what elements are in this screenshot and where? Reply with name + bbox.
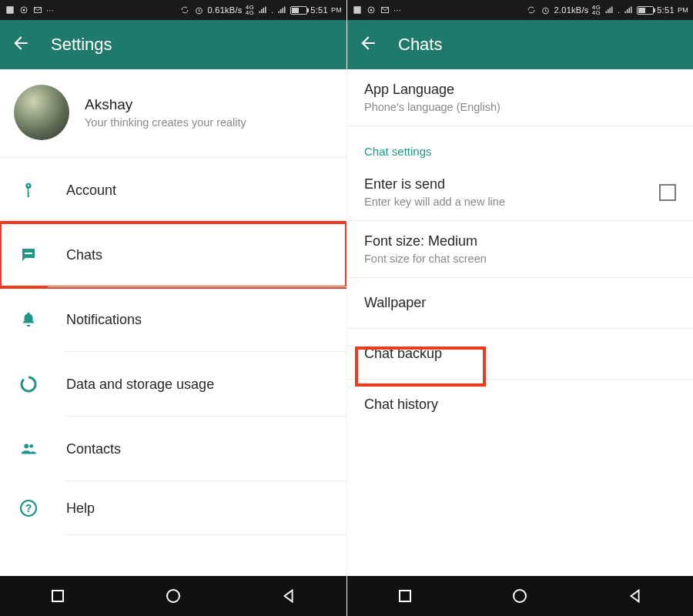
pref-app-language[interactable]: App Language Phone's language (English) [347, 69, 693, 126]
nav-recent-button[interactable] [49, 587, 67, 605]
status-net: 4G4G [592, 5, 601, 15]
svg-text:?: ? [25, 502, 32, 514]
svg-point-5 [24, 444, 28, 448]
settings-item-contacts[interactable]: Contacts [17, 417, 346, 481]
square-icon [52, 590, 64, 602]
nav-back-button[interactable] [280, 587, 298, 605]
signal-icon [257, 5, 268, 15]
settings-item-notifications[interactable]: Notifications [17, 287, 346, 352]
svg-point-10 [370, 9, 373, 12]
nav-recent-button[interactable] [396, 587, 414, 605]
pref-subtitle: Enter key will add a new line [364, 196, 679, 208]
alarm-icon [193, 5, 204, 15]
settings-item-account[interactable]: Account [17, 158, 346, 223]
signal-dot-icon: . [271, 5, 273, 15]
screen-chats: ··· 2.01kB/s 4G4G . 5:51 PM Chats [346, 0, 693, 616]
settings-item-chats[interactable]: Chats [0, 223, 346, 287]
profile-status: Your thinking creates your reality [85, 116, 246, 129]
status-time: 5:51 [657, 5, 675, 15]
status-ampm: PM [331, 6, 342, 14]
nav-back-button[interactable] [626, 587, 644, 605]
pref-chat-backup[interactable]: Chat backup [347, 329, 693, 380]
svg-rect-4 [25, 253, 32, 254]
pref-title: Chat backup [364, 346, 679, 362]
nav-home-button[interactable] [164, 587, 182, 605]
pref-title: App Language [364, 82, 679, 98]
signal2-icon [276, 5, 287, 15]
alarm-icon [540, 5, 551, 15]
profile-name: Akshay [85, 96, 246, 113]
battery-icon [637, 6, 654, 15]
nav-home-button[interactable] [511, 587, 529, 605]
sync-icon [526, 5, 537, 15]
pref-subtitle: Font size for chat screen [364, 253, 679, 265]
arrow-left-icon [11, 33, 31, 53]
square-icon [399, 590, 411, 602]
settings-item-label: Data and storage usage [66, 377, 214, 393]
arrow-left-icon [358, 33, 378, 53]
settings-item-help[interactable]: ? Help [17, 481, 346, 535]
help-icon: ? [17, 499, 40, 517]
status-rate: 0.61kB/s [207, 5, 242, 15]
checkbox-unchecked-icon[interactable] [659, 184, 676, 201]
status-net: 4G4G [246, 5, 254, 15]
status-ampm: PM [678, 6, 688, 14]
section-chat-settings: Chat settings [347, 126, 693, 164]
pref-title: Chat history [364, 397, 679, 413]
sync-icon [179, 5, 190, 15]
status-bar: ··· 0.61kB/s 4G4G . 5:51 PM [0, 0, 346, 20]
settings-item-label: Account [66, 182, 116, 199]
back-button[interactable] [358, 33, 378, 56]
target-icon [18, 5, 29, 15]
contacts-icon [17, 440, 40, 457]
mail-icon [32, 5, 43, 15]
status-time: 5:51 [310, 5, 328, 15]
chat-icon [17, 246, 40, 264]
back-button[interactable] [11, 33, 31, 56]
key-icon [17, 180, 40, 200]
signal-icon [604, 5, 614, 15]
circle-icon [513, 589, 527, 603]
settings-item-label: Help [66, 500, 95, 517]
mail-icon [380, 5, 390, 15]
pref-enter-is-send[interactable]: Enter is send Enter key will add a new l… [347, 164, 693, 221]
pref-title: Enter is send [364, 176, 679, 192]
triangle-left-icon [280, 588, 297, 604]
target-icon [366, 5, 377, 15]
appbar: Chats [347, 20, 693, 69]
pref-wallpaper[interactable]: Wallpaper [347, 278, 693, 329]
pref-subtitle: Phone's language (English) [364, 101, 679, 113]
svg-point-6 [29, 444, 33, 448]
signal-dot-icon: . [618, 5, 620, 15]
more-icon: ··· [46, 5, 54, 15]
circle-icon [166, 589, 180, 603]
status-bar: ··· 2.01kB/s 4G4G . 5:51 PM [347, 0, 693, 20]
settings-item-label: Notifications [66, 312, 142, 328]
pref-chat-history[interactable]: Chat history [347, 380, 693, 430]
svg-point-1 [23, 9, 25, 12]
status-rate: 2.01kB/s [554, 5, 588, 15]
screen-settings: ··· 0.61kB/s 4G4G . 5:51 PM Settings [0, 0, 346, 616]
settings-item-label: Chats [66, 247, 102, 263]
pref-title: Wallpaper [364, 295, 679, 311]
settings-item-data[interactable]: Data and storage usage [17, 352, 346, 417]
nav-bar [0, 576, 346, 616]
image-icon [352, 5, 363, 15]
signal2-icon [623, 5, 634, 15]
appbar: Settings [0, 20, 346, 69]
pref-font-size[interactable]: Font size: Medium Font size for chat scr… [347, 221, 693, 278]
bell-icon [17, 310, 40, 329]
data-usage-icon [17, 375, 40, 393]
more-icon: ··· [393, 5, 401, 15]
image-icon [5, 5, 15, 15]
pref-title: Font size: Medium [364, 233, 679, 249]
triangle-left-icon [627, 588, 644, 604]
avatar [14, 85, 69, 140]
appbar-title: Chats [398, 35, 442, 55]
appbar-title: Settings [51, 35, 112, 55]
settings-item-label: Contacts [66, 441, 121, 457]
battery-icon [290, 6, 307, 15]
nav-bar [347, 576, 693, 616]
profile-row[interactable]: Akshay Your thinking creates your realit… [0, 69, 346, 157]
